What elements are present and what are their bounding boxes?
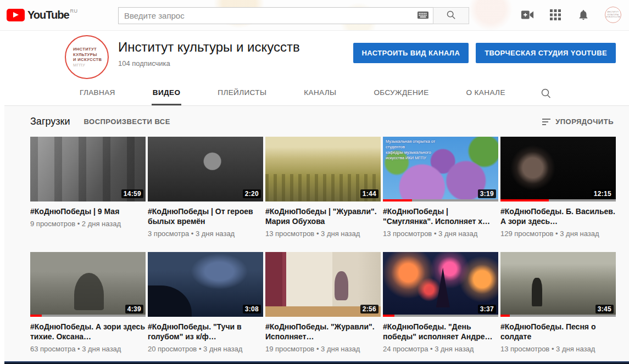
duration-badge: 4:39 [125, 305, 143, 313]
video-thumbnail[interactable]: 3:08 [148, 252, 263, 317]
channel-tabs: ГЛАВНАЯВИДЕОПЛЕЙЛИСТЫКАНАЛЫОБСУЖДЕНИЕО К… [79, 81, 506, 105]
video-meta: 13 просмотров • 3 дня назад [265, 229, 381, 238]
video-meta: 63 просмотра • 3 дня назад [30, 345, 146, 353]
keyboard-icon[interactable] [418, 11, 428, 22]
duration-badge: 3:45 [595, 305, 614, 313]
watch-progress-bar [500, 199, 549, 201]
channel-header: ИНСТИТУТКУЛЬТУРЫИ ИСКУССТВМГПУ Институт … [4, 31, 629, 81]
video-meta: 19 просмотров • 3 дня назад [265, 345, 381, 353]
watch-progress-bar [500, 315, 510, 317]
search-button[interactable] [433, 7, 469, 24]
duration-badge: 2:20 [243, 189, 261, 198]
video-card[interactable]: 4:39 #КоДнюПобеды. А зори здесь тихие. О… [30, 252, 146, 364]
video-grid: 14:59 #КоДнюПобеды | 9 Мая 9 просмотров … [30, 137, 616, 364]
sort-button[interactable]: УПОРЯДОЧИТЬ [542, 117, 614, 126]
tab-5[interactable]: О КАНАЛЕ [465, 81, 506, 105]
tab-2[interactable]: ПЛЕЙЛИСТЫ [216, 81, 268, 105]
tab-1[interactable]: ВИДЕО [152, 81, 182, 105]
uploads-section: Загрузки ВОСПРОИЗВЕСТИ ВСЕ УПОРЯДОЧИТЬ 1… [4, 106, 629, 363]
duration-badge: 3:08 [243, 305, 261, 313]
channel-title: Институт культуры и искусств [118, 40, 300, 55]
video-title[interactable]: #КоДнюПобеды. А зори здесь тихие. Оксана… [30, 322, 146, 341]
account-avatar[interactable]: ИНСТИТУТКУЛЬТУРЫИ ИСКУССТВ [605, 7, 621, 23]
watch-progress-track [383, 315, 498, 317]
sort-icon [542, 119, 550, 125]
video-title[interactable]: #КоДнюПобеды. Б. Васильев. А зори здесь… [500, 206, 616, 226]
video-card[interactable]: 14:59 #КоДнюПобеды | 9 Мая 9 просмотров … [30, 137, 146, 252]
play-all-button[interactable]: ВОСПРОИЗВЕСТИ ВСЕ [84, 117, 170, 126]
video-card[interactable]: 3:45 #КоДнюПобеды. Песня о солдате 13 пр… [500, 252, 616, 364]
video-meta: 9 просмотров • 2 дня назад [30, 220, 146, 228]
customize-channel-button[interactable]: НАСТРОИТЬ ВИД КАНАЛА [353, 43, 469, 63]
video-thumbnail[interactable]: 3:45 [500, 252, 616, 317]
video-thumbnail[interactable]: 2:20 [148, 137, 263, 201]
video-meta: 13 просмотров • 3 дня назад [500, 345, 616, 353]
region-label: RU [70, 8, 78, 14]
watch-progress-track [500, 315, 616, 317]
video-title[interactable]: #КоДнюПобеды | 9 Мая [30, 206, 146, 216]
watch-progress-track [30, 315, 146, 317]
video-thumbnail[interactable]: 2:56 [265, 252, 381, 317]
video-thumbnail[interactable]: 1:44 [265, 137, 381, 201]
watch-progress-bar [383, 199, 412, 201]
duration-badge: 14:59 [121, 189, 143, 198]
video-title[interactable]: #КоДнюПобеды | От героев былых времён [148, 206, 263, 226]
search-area [118, 7, 469, 24]
tab-0[interactable]: ГЛАВНАЯ [79, 81, 116, 105]
video-meta: 20 просмотров • 3 дня назад [148, 345, 263, 353]
apps-grid-icon[interactable] [549, 8, 562, 21]
duration-badge: 12:15 [592, 189, 614, 198]
video-title[interactable]: #КоДнюПобеды | "Смуглянка". Исполняет х… [383, 206, 498, 226]
channel-avatar-text: МГПУ [73, 63, 85, 68]
subscriber-count: 104 подписчика [118, 59, 300, 68]
video-card[interactable]: 3:08 #КоДнюПобеды. "Тучи в голубом" из к… [148, 252, 263, 364]
video-meta: 129 просмотров • 3 дня назад [500, 229, 616, 238]
channel-avatar-text: КУЛЬТУРЫ [73, 52, 97, 58]
video-card[interactable]: Музыкальная открытка отстудентовкафедры … [383, 137, 498, 252]
watch-progress-bar [383, 315, 394, 317]
video-thumbnail[interactable]: 4:39 [30, 252, 146, 317]
video-card[interactable]: 2:56 #КоДнюПобеды. "Журавли". Исполняет…… [265, 252, 381, 364]
channel-search-icon[interactable] [541, 81, 552, 105]
video-card[interactable]: 2:20 #КоДнюПобеды | От героев былых врем… [148, 137, 263, 252]
search-icon [446, 10, 456, 21]
channel-tabs-bar: ГЛАВНАЯВИДЕОПЛЕЙЛИСТЫКАНАЛЫОБСУЖДЕНИЕО К… [4, 81, 629, 106]
video-card[interactable]: 3:37 #КоДнюПобеды. "День победы" исполня… [383, 252, 498, 364]
masthead: YouTube RU [0, 0, 629, 31]
video-meta: 3 просмотра • 3 дня назад [148, 229, 263, 238]
channel-page: ИНСТИТУТКУЛЬТУРЫИ ИСКУССТВМГПУ Институт … [4, 31, 629, 363]
search-input[interactable] [118, 7, 433, 24]
channel-avatar-text: ИНСТИТУТ [73, 47, 97, 52]
channel-avatar-text: И ИСКУССТВ [73, 57, 102, 63]
video-thumbnail[interactable]: Музыкальная открытка отстудентовкафедры … [383, 137, 498, 201]
youtube-studio-button[interactable]: ТВОРЧЕСКАЯ СТУДИЯ YOUTUBE [476, 43, 616, 63]
video-meta: 24 просмотра • 3 дня назад [383, 345, 498, 353]
duration-badge: 3:37 [478, 305, 496, 313]
video-card[interactable]: 1:44 #КоДнюПобеды | "Журавли". Мария Обу… [265, 137, 381, 252]
bell-icon[interactable] [577, 8, 590, 21]
video-title[interactable]: #КоДнюПобеды. "Журавли". Исполняет… [265, 322, 381, 341]
watch-progress-track [500, 199, 616, 201]
youtube-logo[interactable]: YouTube RU [7, 8, 78, 23]
video-title[interactable]: #КоДнюПобеды. Песня о солдате [500, 322, 616, 341]
video-title[interactable]: #КоДнюПобеды | "Журавли". Мария Обухова [265, 206, 381, 226]
watch-progress-track [383, 199, 498, 201]
bottom-edge-strip [4, 361, 629, 364]
channel-avatar[interactable]: ИНСТИТУТКУЛЬТУРЫИ ИСКУССТВМГПУ [65, 35, 109, 79]
tab-3[interactable]: КАНАЛЫ [303, 81, 337, 105]
video-title[interactable]: #КоДнюПобеды. "День победы" исполняет Ан… [383, 322, 498, 341]
video-title[interactable]: #КоДнюПобеды. "Тучи в голубом" из к/ф… [148, 322, 263, 341]
youtube-play-icon [7, 9, 25, 21]
video-thumbnail[interactable]: 12:15 [500, 137, 616, 201]
duration-badge: 1:44 [360, 189, 378, 198]
video-upload-icon[interactable] [521, 8, 534, 21]
duration-badge: 2:56 [360, 305, 378, 313]
video-thumbnail[interactable]: 3:37 [383, 252, 498, 317]
duration-badge: 3:19 [478, 189, 496, 198]
uploads-title: Загрузки [30, 116, 70, 127]
video-card[interactable]: 12:15 #КоДнюПобеды. Б. Васильев. А зори … [500, 137, 616, 252]
tab-4[interactable]: ОБСУЖДЕНИЕ [372, 81, 430, 105]
brand-text: YouTube [27, 8, 69, 23]
video-thumbnail[interactable]: 14:59 [30, 137, 146, 201]
watch-progress-bar [30, 315, 42, 317]
